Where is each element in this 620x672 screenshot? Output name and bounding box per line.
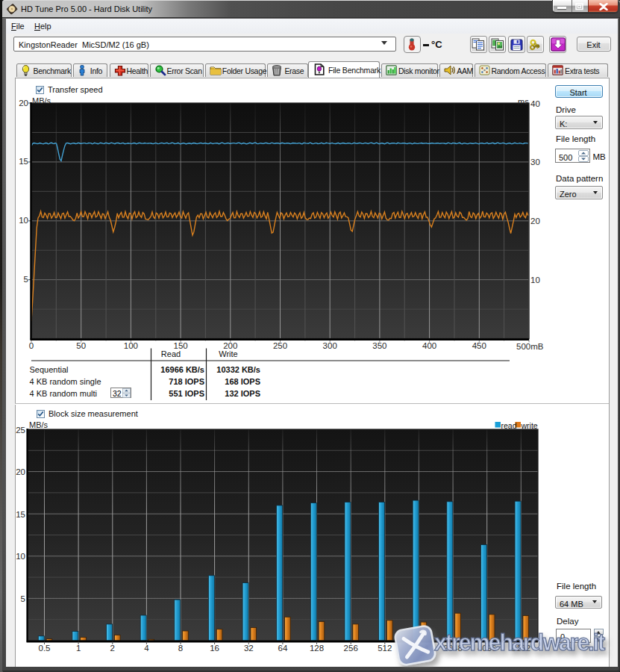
svg-text:xtremehardware.it: xtremehardware.it [434, 629, 605, 655]
